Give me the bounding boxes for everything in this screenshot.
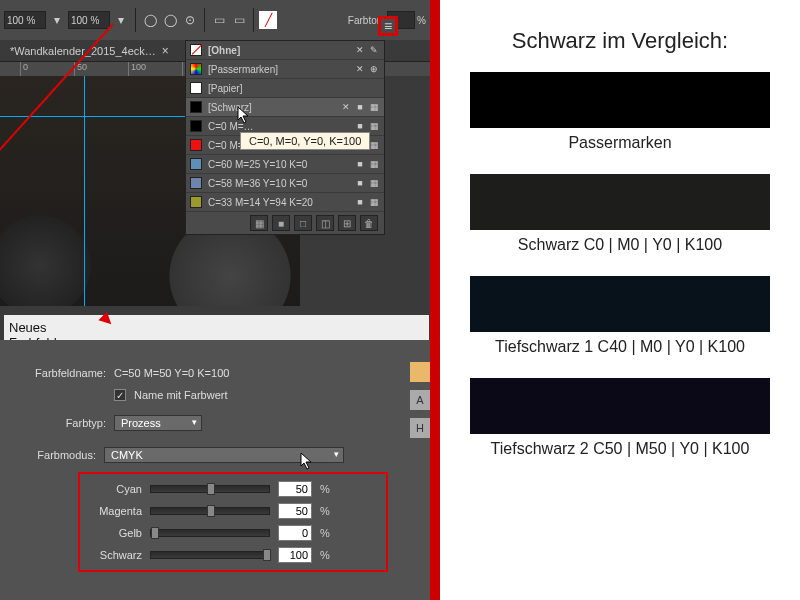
swatch-type-icon: ▦ — [368, 196, 380, 208]
swatch-name-value: C=50 M=50 Y=0 K=100 — [114, 367, 229, 379]
swatch-row[interactable]: [Ohne]✕✎ — [186, 41, 384, 60]
color-type-label: Farbtyp: — [28, 417, 106, 429]
swatch-row[interactable]: C=58 M=36 Y=10 K=0■▦ — [186, 174, 384, 193]
slider-track[interactable] — [150, 485, 270, 493]
swatch-type-icon: ■ — [354, 158, 366, 170]
swatch-chip — [190, 44, 202, 56]
swatch-footer-button[interactable]: ◫ — [316, 215, 334, 231]
comparison-swatch — [470, 174, 770, 230]
slider-track[interactable] — [150, 551, 270, 559]
new-swatch-dialog: Farbfeldname: C=50 M=50 Y=0 K=100 ✓ Name… — [0, 340, 430, 600]
swatches-footer: ▦■□◫⊞🗑 — [186, 212, 384, 234]
swatch-type-icon: ■ — [354, 177, 366, 189]
ruler-tick: 50 — [74, 62, 128, 76]
close-icon[interactable]: × — [162, 44, 169, 58]
swatch-type-icon: ✕ — [354, 44, 366, 56]
slider-value-input[interactable] — [278, 525, 312, 541]
slider-value-input[interactable] — [278, 547, 312, 563]
slider-label: Schwarz — [86, 549, 142, 561]
cmyk-slider-row: Schwarz% — [86, 544, 380, 566]
circle-icon[interactable]: ◯ — [161, 11, 179, 29]
swatch-type-icon: ✕ — [340, 101, 352, 113]
swatch-row[interactable]: [Passermarken]✕⊕ — [186, 60, 384, 79]
slider-label: Gelb — [86, 527, 142, 539]
slider-thumb[interactable] — [207, 483, 215, 495]
swatch-label: [Schwarz] — [208, 102, 338, 113]
guide-vertical[interactable] — [84, 76, 85, 306]
swatch-type-icon: ▦ — [368, 101, 380, 113]
color-mode-select[interactable]: CMYK — [104, 447, 344, 463]
swatch-row[interactable]: [Papier] — [186, 79, 384, 98]
swatch-label: [Passermarken] — [208, 64, 352, 75]
zoom-field-2[interactable] — [68, 11, 110, 29]
slider-value-input[interactable] — [278, 481, 312, 497]
swatch-footer-button[interactable]: ⊞ — [338, 215, 356, 231]
swatch-footer-button[interactable]: 🗑 — [360, 215, 378, 231]
slider-label: Cyan — [86, 483, 142, 495]
swatch-chip — [190, 139, 202, 151]
cmyk-slider-row: Gelb% — [86, 522, 380, 544]
slider-track[interactable] — [150, 529, 270, 537]
comparison-swatch — [470, 276, 770, 332]
color-mode-label: Farbmodus: — [18, 449, 96, 461]
percent-label: % — [320, 549, 330, 561]
swatch-chip — [190, 101, 202, 113]
swatch-label: C=33 M=14 Y=94 K=20 — [208, 197, 352, 208]
comparison-swatch — [470, 378, 770, 434]
swatch-footer-button[interactable]: ■ — [272, 215, 290, 231]
swatch-type-icon: ■ — [354, 196, 366, 208]
swatch-type-icon: ■ — [354, 120, 366, 132]
swatch-label: C=58 M=36 Y=10 K=0 — [208, 178, 352, 189]
comparison-pane: Schwarz im Vergleich: PassermarkenSchwar… — [440, 0, 800, 600]
hue-unit: % — [417, 15, 426, 26]
wrap-icon[interactable]: ▭ — [210, 11, 228, 29]
color-type-select[interactable]: Prozess — [114, 415, 202, 431]
circle-icon[interactable]: ◯ — [141, 11, 159, 29]
slider-value-input[interactable] — [278, 503, 312, 519]
swatch-footer-button[interactable]: ▦ — [250, 215, 268, 231]
dialog-button[interactable] — [410, 362, 430, 382]
swatch-chip — [190, 177, 202, 189]
name-with-value-checkbox[interactable]: ✓ — [114, 389, 126, 401]
comparison-title: Schwarz im Vergleich: — [460, 28, 780, 54]
circle-icon[interactable]: ⊙ — [181, 11, 199, 29]
dialog-button-h[interactable]: H — [410, 418, 430, 438]
percent-label: % — [320, 483, 330, 495]
swatch-chip — [190, 120, 202, 132]
wrap-icon[interactable]: ▭ — [230, 11, 248, 29]
slider-track[interactable] — [150, 507, 270, 515]
swatch-label: C=60 M=25 Y=10 K=0 — [208, 159, 352, 170]
slider-thumb[interactable] — [151, 527, 159, 539]
swatch-row[interactable]: [Schwarz]✕■▦ — [186, 98, 384, 117]
slider-label: Magenta — [86, 505, 142, 517]
swatch-type-icon: ▦ — [368, 158, 380, 170]
swatch-name-label: Farbfeldname: — [28, 367, 106, 379]
comparison-label: Tiefschwarz 2 C50 | M50 | Y0 | K100 — [460, 440, 780, 458]
dropdown-icon[interactable]: ▾ — [112, 11, 130, 29]
slider-thumb[interactable] — [207, 505, 215, 517]
comparison-swatch — [470, 72, 770, 128]
swatch-type-icon: ⊕ — [368, 63, 380, 75]
zoom-field-1[interactable] — [4, 11, 46, 29]
panel-menu-icon[interactable] — [378, 16, 398, 36]
swatch-row[interactable]: C=33 M=14 Y=94 K=20■▦ — [186, 193, 384, 212]
no-fill-icon[interactable]: ╱ — [259, 11, 277, 29]
swatch-type-icon: ■ — [354, 101, 366, 113]
swatch-type-icon: ✎ — [368, 44, 380, 56]
swatch-chip — [190, 196, 202, 208]
name-with-value-label: Name mit Farbwert — [134, 389, 228, 401]
slider-thumb[interactable] — [263, 549, 271, 561]
swatch-type-icon: ▦ — [368, 120, 380, 132]
dropdown-icon[interactable]: ▾ — [48, 11, 66, 29]
swatch-footer-button[interactable]: □ — [294, 215, 312, 231]
dialog-button-a[interactable]: A — [410, 390, 430, 410]
comparison-label: Schwarz C0 | M0 | Y0 | K100 — [460, 236, 780, 254]
swatch-label: [Papier] — [208, 83, 380, 94]
swatch-row[interactable]: C=60 M=25 Y=10 K=0■▦ — [186, 155, 384, 174]
swatch-type-icon: ▦ — [368, 177, 380, 189]
cmyk-slider-row: Magenta% — [86, 500, 380, 522]
swatch-type-icon: ✕ — [354, 63, 366, 75]
ruler-tick: 100 — [128, 62, 182, 76]
comparison-label: Passermarken — [460, 134, 780, 152]
swatch-chip — [190, 158, 202, 170]
